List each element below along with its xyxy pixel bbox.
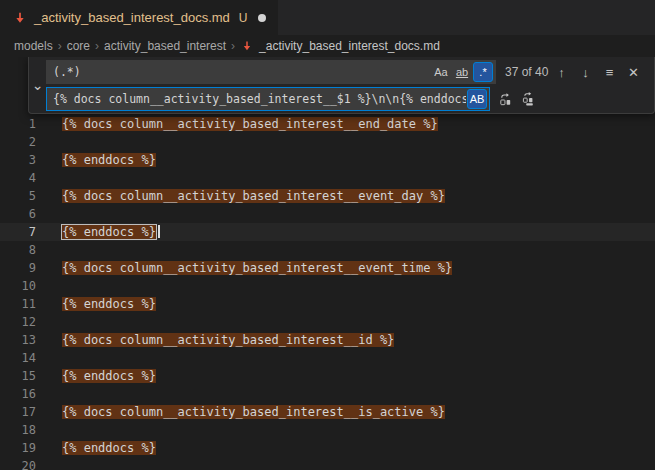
line-number[interactable]: 17 [0, 403, 36, 421]
line-number[interactable]: 18 [0, 421, 36, 439]
breadcrumb-separator-icon: › [95, 39, 99, 53]
find-input-value: (.*) [53, 65, 430, 79]
line-content: {% docs column__activity_based_interest_… [36, 403, 445, 421]
editor-line[interactable]: 4 [0, 169, 655, 187]
editor-line[interactable]: 3{% enddocs %} [0, 151, 655, 169]
line-content: {% enddocs %} [36, 223, 160, 241]
editor-line[interactable]: 9{% docs column__activity_based_interest… [0, 259, 655, 277]
line-number[interactable]: 1 [0, 115, 36, 133]
find-match-highlight: {% enddocs %} [62, 153, 156, 167]
editor-line[interactable]: 1{% docs column__activity_based_interest… [0, 115, 655, 133]
line-number[interactable]: 15 [0, 367, 36, 385]
editor-line[interactable]: 8 [0, 241, 655, 259]
line-content [36, 277, 62, 295]
line-content [36, 385, 62, 403]
editor-line[interactable]: 20 [0, 457, 655, 470]
git-status-badge: U [239, 11, 248, 25]
toggle-replace-button[interactable]: ⌄ [29, 57, 46, 113]
editor-tab[interactable]: _activity_based_interest_docs.md U [0, 0, 279, 35]
find-match-highlight: {% docs column__activity_based_interest_… [62, 261, 452, 275]
regex-button[interactable]: .* [473, 62, 493, 82]
replace-icon [498, 92, 513, 107]
line-number[interactable]: 10 [0, 277, 36, 295]
line-number[interactable]: 8 [0, 241, 36, 259]
editor-line[interactable]: 15{% enddocs %} [0, 367, 655, 385]
editor-line[interactable]: 14 [0, 349, 655, 367]
line-content: {% docs column__activity_based_interest_… [36, 115, 438, 133]
breadcrumb-item-activity-based-interest[interactable]: activity_based_interest [104, 39, 226, 53]
line-content: {% docs column__activity_based_interest_… [36, 331, 394, 349]
text-cursor [158, 225, 160, 238]
line-content [36, 133, 62, 151]
tab-bar: _activity_based_interest_docs.md U [0, 0, 655, 35]
line-content: {% enddocs %} [36, 151, 156, 169]
find-input[interactable]: (.*) Aa ab .* [46, 60, 496, 84]
vscode-window: _activity_based_interest_docs.md U model… [0, 0, 655, 470]
line-content [36, 349, 62, 367]
results-count: 37 of 40 [505, 65, 548, 79]
breadcrumb-separator-icon: › [231, 39, 235, 53]
line-number[interactable]: 6 [0, 205, 36, 223]
breadcrumb-file[interactable]: _activity_based_interest_docs.md [259, 39, 440, 53]
breadcrumb-item-core[interactable]: core [67, 39, 90, 53]
editor-line[interactable]: 12 [0, 313, 655, 331]
breadcrumb-separator-icon: › [58, 39, 62, 53]
unsaved-dot-icon[interactable] [258, 14, 266, 22]
line-number[interactable]: 9 [0, 259, 36, 277]
replace-all-icon [522, 92, 537, 107]
find-match-highlight: {% enddocs %} [62, 297, 156, 311]
whole-word-button[interactable]: ab [452, 62, 472, 82]
line-number[interactable]: 19 [0, 439, 36, 457]
line-content: {% docs column__activity_based_interest_… [36, 259, 452, 277]
editor-line[interactable]: 6 [0, 205, 655, 223]
line-number[interactable]: 11 [0, 295, 36, 313]
line-content [36, 205, 62, 223]
editor-line[interactable]: 13{% docs column__activity_based_interes… [0, 331, 655, 349]
line-content: {% enddocs %} [36, 367, 156, 385]
editor-line[interactable]: 2 [0, 133, 655, 151]
editor-line[interactable]: 19{% enddocs %} [0, 439, 655, 457]
line-number[interactable]: 13 [0, 331, 36, 349]
find-match-highlight: {% docs column__activity_based_interest_… [62, 189, 445, 203]
find-row: (.*) Aa ab .* 37 of 40 ↑ ↓ ≡ ✕ [46, 60, 648, 84]
line-number[interactable]: 20 [0, 457, 36, 470]
line-number[interactable]: 5 [0, 187, 36, 205]
find-match-highlight: {% enddocs %} [62, 441, 156, 455]
line-content [36, 313, 62, 331]
line-number[interactable]: 2 [0, 133, 36, 151]
replace-all-button[interactable] [519, 89, 540, 110]
replace-input[interactable]: {% docs column__activity_based_interest_… [46, 87, 490, 111]
preserve-case-button[interactable]: AB [467, 89, 487, 109]
close-button[interactable]: ✕ [623, 62, 644, 83]
find-match-highlight: {% docs column__activity_based_interest_… [62, 333, 394, 347]
breadcrumb-item-models[interactable]: models [14, 39, 53, 53]
line-number[interactable]: 16 [0, 385, 36, 403]
find-next-button[interactable]: ↓ [575, 62, 596, 83]
editor[interactable]: 1{% docs column__activity_based_interest… [0, 57, 655, 470]
replace-input-value: {% docs column__activity_based_interest_… [53, 92, 466, 106]
editor-line[interactable]: 5{% docs column__activity_based_interest… [0, 187, 655, 205]
current-find-match: {% enddocs %} [62, 225, 156, 239]
find-match-highlight: {% docs column__activity_based_interest_… [62, 405, 445, 419]
find-previous-button[interactable]: ↑ [551, 62, 572, 83]
match-case-button[interactable]: Aa [431, 62, 451, 82]
line-content [36, 241, 62, 259]
editor-line[interactable]: 16 [0, 385, 655, 403]
replace-row: {% docs column__activity_based_interest_… [46, 87, 648, 111]
line-number[interactable]: 3 [0, 151, 36, 169]
editor-line[interactable]: 18 [0, 421, 655, 439]
editor-lines: 1{% docs column__activity_based_interest… [0, 57, 655, 470]
line-number[interactable]: 12 [0, 313, 36, 331]
editor-line[interactable]: 17{% docs column__activity_based_interes… [0, 403, 655, 421]
find-in-selection-button[interactable]: ≡ [599, 62, 620, 83]
line-number[interactable]: 14 [0, 349, 36, 367]
editor-line[interactable]: 7{% enddocs %} [0, 223, 655, 241]
editor-line[interactable]: 11{% enddocs %} [0, 295, 655, 313]
replace-button[interactable] [495, 89, 516, 110]
dbt-file-icon [241, 40, 254, 53]
editor-line[interactable]: 10 [0, 277, 655, 295]
line-content [36, 421, 62, 439]
line-number[interactable]: 7 [0, 223, 36, 241]
line-number[interactable]: 4 [0, 169, 36, 187]
find-widget: ⌄ (.*) Aa ab .* 37 of 40 ↑ ↓ ≡ ✕ [28, 57, 655, 114]
